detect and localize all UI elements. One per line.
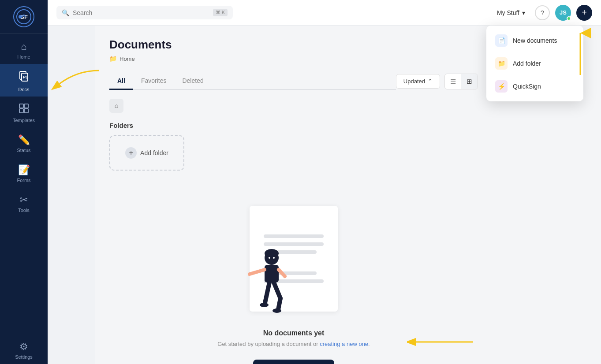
sort-button[interactable]: Updated ⌃ bbox=[396, 74, 440, 89]
page-title: Documents bbox=[109, 38, 478, 52]
add-folder-card[interactable]: + Add folder bbox=[109, 135, 184, 171]
search-icon: 🔍 bbox=[62, 9, 69, 16]
breadcrumb-label: Home bbox=[119, 56, 135, 62]
dropdown-add-folder-label: Add folder bbox=[513, 60, 541, 67]
svg-rect-12 bbox=[265, 265, 279, 282]
sort-label: Updated bbox=[403, 78, 425, 85]
dropdown-new-documents-label: New documents bbox=[513, 37, 557, 44]
empty-subtitle: Get started by uploading a document or c… bbox=[217, 341, 370, 347]
create-new-link[interactable]: creating a new one bbox=[320, 341, 368, 347]
empty-title: No documents yet bbox=[263, 329, 325, 337]
plus-icon: + bbox=[582, 7, 587, 18]
help-icon: ? bbox=[541, 9, 544, 16]
sidebar-item-templates[interactable]: Templates bbox=[0, 97, 48, 127]
svg-point-20 bbox=[269, 257, 270, 259]
folder-icon: 📁 bbox=[109, 55, 117, 62]
empty-state: No documents yet Get started by uploadin… bbox=[109, 188, 478, 364]
sidebar-item-label-status: Status bbox=[17, 148, 30, 153]
logo-icon: GF bbox=[13, 6, 34, 27]
search-input[interactable] bbox=[73, 9, 209, 16]
my-stuff-button[interactable]: My Stuff ▾ bbox=[493, 7, 530, 19]
sidebar-item-label-settings: Settings bbox=[15, 354, 33, 360]
settings-icon: ⚙ bbox=[19, 341, 28, 353]
svg-line-14 bbox=[279, 270, 285, 276]
sidebar-item-docs[interactable]: PDF Docs bbox=[0, 64, 48, 97]
dropdown-quicksign[interactable]: ⚡ QuickSign bbox=[486, 75, 583, 98]
folders-section-title: Folders bbox=[109, 122, 478, 129]
svg-rect-7 bbox=[24, 104, 28, 108]
avatar[interactable]: JS bbox=[555, 5, 571, 21]
view-controls: Updated ⌃ ☰ ⊞ bbox=[396, 74, 478, 89]
status-icon: ✏️ bbox=[18, 134, 30, 146]
svg-rect-6 bbox=[19, 104, 23, 108]
app-logo[interactable]: GF bbox=[0, 0, 48, 34]
svg-rect-8 bbox=[19, 109, 23, 113]
add-folder-label: Add folder bbox=[140, 149, 168, 156]
sidebar-item-label-home: Home bbox=[17, 54, 30, 59]
svg-line-13 bbox=[250, 270, 265, 274]
my-stuff-label: My Stuff bbox=[497, 9, 519, 16]
svg-point-18 bbox=[260, 303, 269, 307]
topbar-right: My Stuff ▾ ? JS + bbox=[493, 5, 592, 21]
topbar: 🔍 ⌘ K My Stuff ▾ ? JS + bbox=[48, 0, 601, 26]
tab-favorites[interactable]: Favorites bbox=[133, 73, 175, 90]
svg-line-15 bbox=[265, 282, 269, 303]
add-button[interactable]: + bbox=[576, 5, 592, 21]
list-icon: ☰ bbox=[450, 78, 456, 85]
svg-point-19 bbox=[273, 308, 281, 313]
figure-illustration bbox=[245, 241, 298, 320]
sidebar-item-label-docs: Docs bbox=[18, 87, 29, 92]
svg-rect-9 bbox=[24, 109, 28, 113]
add-folder-icon: 📁 bbox=[495, 57, 508, 70]
svg-line-17 bbox=[278, 298, 280, 309]
folder-nav: ⌂ bbox=[109, 99, 478, 113]
sidebar-item-forms[interactable]: 📝 Forms bbox=[0, 157, 48, 187]
svg-line-16 bbox=[274, 282, 280, 298]
new-documents-icon: 📄 bbox=[495, 34, 508, 47]
svg-point-11 bbox=[265, 249, 279, 258]
help-button[interactable]: ? bbox=[535, 5, 550, 20]
search-kbd: ⌘ K bbox=[213, 9, 228, 16]
folder-nav-home-button[interactable]: ⌂ bbox=[109, 99, 123, 113]
home-icon: ⌂ bbox=[21, 41, 26, 52]
list-view-button[interactable]: ☰ bbox=[445, 74, 461, 89]
sidebar-item-label-tools: Tools bbox=[18, 208, 30, 213]
view-toggle: ☰ ⊞ bbox=[444, 74, 478, 89]
sidebar-item-settings[interactable]: ⚙ Settings bbox=[0, 334, 48, 364]
add-folder-plus-icon: + bbox=[125, 147, 137, 159]
sidebar: GF ⌂ Home PDF Docs Templa bbox=[0, 0, 48, 364]
dropdown-quicksign-label: QuickSign bbox=[513, 83, 541, 90]
tab-deleted[interactable]: Deleted bbox=[174, 73, 211, 90]
breadcrumb: 📁 Home bbox=[109, 55, 478, 62]
sidebar-item-label-forms: Forms bbox=[17, 178, 30, 183]
sidebar-item-tools[interactable]: ✂ Tools bbox=[0, 187, 48, 217]
sidebar-item-status[interactable]: ✏️ Status bbox=[0, 127, 48, 157]
svg-point-2 bbox=[19, 15, 22, 19]
avatar-initials: JS bbox=[560, 9, 567, 16]
docs-icon: PDF bbox=[19, 71, 29, 85]
quicksign-icon: ⚡ bbox=[495, 80, 508, 93]
sidebar-item-home[interactable]: ⌂ Home bbox=[0, 34, 48, 64]
templates-icon bbox=[19, 104, 29, 116]
chevron-down-icon: ▾ bbox=[522, 9, 525, 16]
dropdown-new-documents[interactable]: 📄 New documents bbox=[486, 29, 583, 52]
grid-view-button[interactable]: ⊞ bbox=[461, 74, 478, 89]
tabs: All Favorites Deleted bbox=[109, 73, 396, 90]
svg-point-21 bbox=[273, 257, 275, 259]
tools-icon: ✂ bbox=[20, 194, 28, 206]
empty-illustration bbox=[232, 206, 355, 320]
new-document-button[interactable]: PDF New document bbox=[253, 360, 334, 364]
avatar-online-dot bbox=[567, 16, 571, 21]
dropdown-menu: 📄 New documents 📁 Add folder ⚡ QuickSign bbox=[486, 26, 583, 101]
doc-line-1 bbox=[264, 234, 324, 238]
grid-icon: ⊞ bbox=[467, 78, 472, 85]
sidebar-item-label-templates: Templates bbox=[13, 118, 35, 123]
svg-text:PDF: PDF bbox=[23, 75, 29, 79]
search-box[interactable]: 🔍 ⌘ K bbox=[56, 6, 233, 19]
forms-icon: 📝 bbox=[18, 164, 30, 176]
sort-chevron-icon: ⌃ bbox=[428, 78, 433, 85]
tab-all[interactable]: All bbox=[109, 73, 133, 90]
dropdown-add-folder[interactable]: 📁 Add folder bbox=[486, 52, 583, 75]
